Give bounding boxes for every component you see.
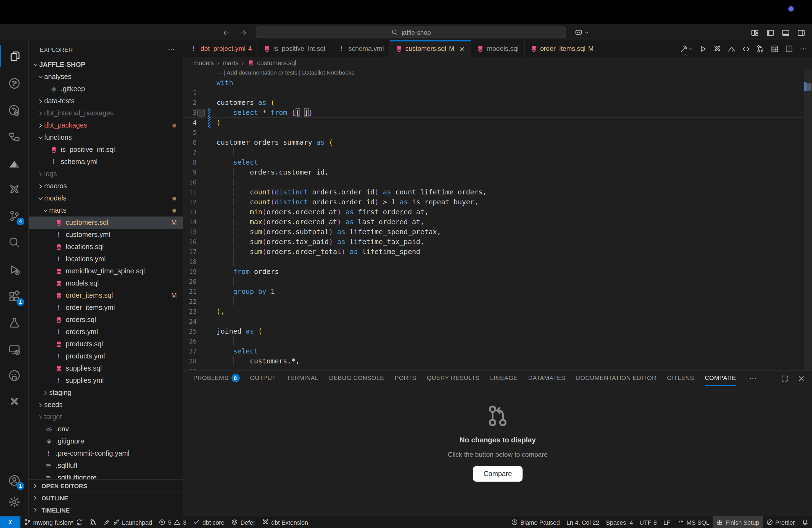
breadcrumb-item[interactable]: customers.sql (257, 60, 296, 66)
customize-layout-icon[interactable] (751, 27, 759, 37)
status-notifications[interactable] (798, 516, 812, 528)
editor-tab-schema-yml[interactable]: ! schema.yml (331, 40, 390, 57)
status-dbt-extension[interactable]: dbt Extension (259, 516, 311, 528)
panel-tab-problems[interactable]: PROBLEMS 8 (193, 371, 240, 386)
tree-item-locations-sql[interactable]: locations.sql (29, 241, 183, 253)
code-line-5[interactable]: 5 ) (184, 118, 812, 128)
tree-item-seeds[interactable]: seeds (29, 399, 183, 411)
activity-extensions[interactable]: 1 (0, 285, 28, 308)
code-line-20[interactable]: 20 from orders (184, 267, 812, 277)
status-blame-status[interactable]: Blame Paused (508, 516, 563, 528)
sidebar-section-open-editors[interactable]: OPEN EDITORS (29, 480, 183, 492)
editor-tab-models-sql[interactable]: models.sql (472, 40, 525, 57)
tree-item-models-sql[interactable]: models.sql (29, 277, 183, 289)
status-prettier[interactable]: Prettier (763, 516, 798, 528)
activity-github[interactable] (0, 365, 28, 386)
panel-tab-compare[interactable]: COMPARE (705, 371, 736, 386)
codelens-actions[interactable]: ··· | Add documentation or tests | Datap… (184, 69, 812, 78)
close-tab-icon[interactable] (459, 45, 465, 53)
tree-item-orders-sql[interactable]: orders.sql (29, 314, 183, 326)
tree-item-customers-sql[interactable]: customers.sql M (29, 217, 183, 229)
run-query-icon[interactable] (699, 44, 707, 54)
tree-item-locations-yml[interactable]: !locations.yml (29, 253, 183, 265)
tree-item-products-sql[interactable]: products.sql (29, 338, 183, 350)
tree-item-staging[interactable]: staging (29, 386, 183, 399)
activity-source-control-graph[interactable] (0, 72, 28, 94)
breadcrumb[interactable]: models›marts›customers.sql (184, 57, 812, 69)
tree-item--gitkeep[interactable]: .gitkeep (29, 83, 183, 95)
status-git-branch[interactable]: mwong-fusion* (20, 516, 86, 528)
datafold-action-icon[interactable] (727, 44, 736, 54)
tree-item-customers-yml[interactable]: !customers.yml (29, 229, 183, 241)
code-line-12[interactable]: 12 count(distinct orders.order_id) as co… (184, 187, 812, 197)
code-line-2[interactable]: 2 (184, 88, 812, 98)
tree-item-orders-yml[interactable]: !orders.yml (29, 326, 183, 338)
activity-datafold[interactable] (0, 153, 28, 175)
activity-testing[interactable] (0, 311, 28, 334)
status-problems[interactable]: 53 (155, 516, 190, 528)
panel-tab-datamates[interactable]: DATAMATES (528, 371, 565, 386)
split-editor-icon[interactable] (785, 44, 793, 54)
query-results-icon[interactable] (771, 44, 779, 54)
code-line-6[interactable]: 6 (184, 128, 812, 137)
code-line-4[interactable]: 4 + select * from {{ }} (184, 108, 812, 118)
activity-dbt-power-user[interactable] (0, 179, 28, 201)
code-line-1[interactable]: 1 with (184, 78, 812, 88)
editor-tab-customers-sql[interactable]: customers.sql M (390, 40, 472, 57)
compare-button[interactable]: Compare (473, 466, 523, 482)
code-line-29[interactable]: 29 customers.*, (184, 356, 812, 366)
tree-item-marts[interactable]: marts (29, 204, 183, 217)
breadcrumb-item[interactable]: marts (222, 60, 238, 66)
tree-item--env[interactable]: .env (29, 423, 183, 435)
panel-tab-terminal[interactable]: TERMINAL (286, 371, 318, 386)
tree-item-functions[interactable]: functions (29, 131, 183, 144)
tree-item-products-yml[interactable]: !products.yml (29, 350, 183, 362)
tree-item-supplies-sql[interactable]: supplies.sql (29, 362, 183, 375)
compare-file-icon[interactable] (756, 44, 765, 54)
code-line-26[interactable]: 26 joined as ( (184, 326, 812, 336)
tree-item--gitignore[interactable]: .gitignore (29, 435, 183, 448)
dbt-power-user-action-icon[interactable] (713, 44, 721, 54)
toggle-panel-icon[interactable] (782, 27, 790, 37)
code-line-9[interactable]: 9 select (184, 157, 812, 167)
tree-item-analyses[interactable]: analyses (29, 71, 183, 83)
command-center-search[interactable]: jaffle-shop (256, 27, 566, 38)
tree-item-order-items-yml[interactable]: !order_items.yml (29, 302, 183, 314)
code-line-3[interactable]: 3 customers as ( (184, 98, 812, 108)
toggle-primary-sidebar-icon[interactable] (766, 27, 774, 37)
code-line-11[interactable]: 11 (184, 177, 812, 187)
tree-item--pre-commit-config-yaml[interactable]: !.pre-commit-config.yaml (29, 448, 183, 459)
more-actions-icon[interactable] (799, 44, 808, 54)
code-line-14[interactable]: 14 min(orders.ordered_at) as first_order… (184, 207, 812, 217)
maximize-panel-icon[interactable] (781, 374, 789, 382)
code-line-10[interactable]: 10 orders.customer_id, (184, 167, 812, 177)
status-finish-setup[interactable]: Finish Setup (713, 516, 763, 528)
panel-tab-query-results[interactable]: QUERY RESULTS (427, 371, 479, 386)
activity-source-control[interactable]: 4 (0, 205, 28, 227)
activity-commit-graph[interactable] (0, 99, 28, 121)
explorer-more-icon[interactable] (168, 46, 175, 53)
editor-tab-is-positive-int-sql[interactable]: is_positive_int.sql (258, 40, 331, 57)
breadcrumb-item[interactable]: models (193, 60, 214, 66)
code-line-13[interactable]: 13 count(distinct orders.order_id) > 1 a… (184, 197, 812, 207)
panel-tab-documentation-editor[interactable]: DOCUMENTATION EDITOR (576, 371, 656, 386)
tree-item-is-positive-int-sql[interactable]: is_positive_int.sql (29, 144, 183, 156)
panel-tab-output[interactable]: OUTPUT (250, 371, 276, 386)
toggle-secondary-sidebar-icon[interactable] (797, 27, 806, 37)
panel-tab-lineage[interactable]: LINEAGE (490, 371, 518, 386)
code-line-24[interactable]: 24 ), (184, 307, 812, 317)
sidebar-section-timeline[interactable]: TIMELINE (29, 504, 183, 516)
activity-accounts[interactable]: 1 (0, 469, 28, 492)
panel-tab-ports[interactable]: PORTS (395, 371, 416, 386)
tree-item-supplies-yml[interactable]: !supplies.yml (29, 375, 183, 386)
code-line-28[interactable]: 28 select (184, 346, 812, 356)
code-line-7[interactable]: 7 customer_orders_summary as ( (184, 137, 812, 147)
build-tasks-icon[interactable] (679, 44, 693, 54)
status-indentation[interactable]: Spaces: 4 (603, 516, 636, 528)
code-line-21[interactable]: 21 (184, 277, 812, 287)
sidebar-section-outline[interactable]: OUTLINE (29, 492, 183, 504)
tree-item-order-items-sql[interactable]: order_items.sql M (29, 289, 183, 302)
code-line-16[interactable]: 16 sum(orders.subtotal) as lifetime_spen… (184, 227, 812, 237)
status-language-mode[interactable]: MS SQL (674, 516, 713, 528)
close-panel-icon[interactable] (797, 374, 806, 382)
